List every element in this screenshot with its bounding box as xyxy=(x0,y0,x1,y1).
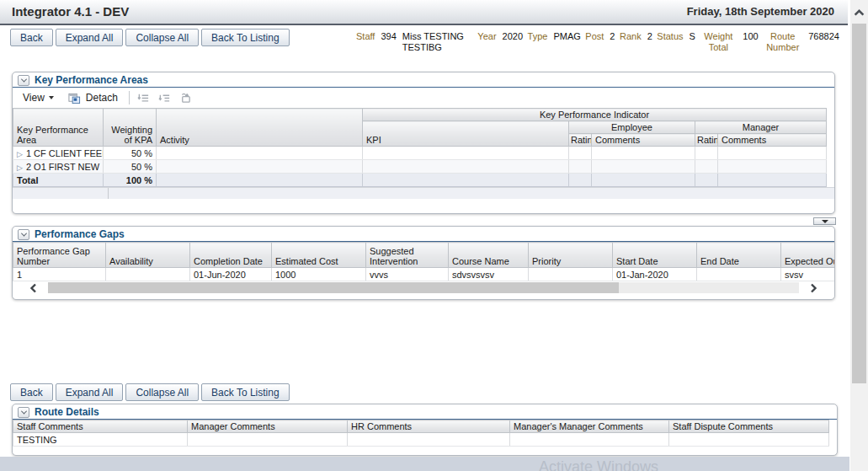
kpa-row-1[interactable]: ▷1 CF CLIENT FEED 50 % xyxy=(13,147,827,160)
col-header-kpa-area[interactable]: Key Performance Area xyxy=(13,109,104,147)
gaps-collapse-icon[interactable] xyxy=(18,229,29,240)
expand-all-button[interactable]: Expand All xyxy=(56,383,124,401)
col-header-emp-comments[interactable]: Comments xyxy=(592,134,695,147)
toolbar-separator xyxy=(129,91,130,104)
col-header-completion-date[interactable]: Completion Date xyxy=(190,243,272,268)
route-collapse-icon[interactable] xyxy=(18,407,29,418)
col-header-mgr-comments[interactable]: Comments xyxy=(718,134,827,147)
gaps-table: Performance Gap Number Availability Comp… xyxy=(13,242,834,281)
cell-completion-date: 01-Jun-2020 xyxy=(190,268,272,281)
kpa-row-2[interactable]: ▷2 O1 FIRST NEW 50 % xyxy=(13,160,827,174)
route-table: Staff Comments Manager Comments HR Comme… xyxy=(13,420,829,447)
performance-gaps-panel: Performance Gaps Performance Gap Number … xyxy=(12,226,835,300)
back-to-listing-button[interactable]: Back To Listing xyxy=(201,29,290,46)
staff-label: Staff xyxy=(356,31,375,42)
scroll-left-icon[interactable] xyxy=(19,281,48,294)
kpa-table-footer xyxy=(13,187,834,199)
col-header-suggested-intervention[interactable]: Suggested Intervention xyxy=(366,243,449,268)
route-panel-header: Route Details xyxy=(13,404,837,420)
cell-emp-comments xyxy=(592,160,695,174)
rank-field: Rank 2 xyxy=(620,31,652,42)
cell-suggested-intervention: vvvs xyxy=(366,268,449,281)
back-to-listing-button[interactable]: Back To Listing xyxy=(201,383,290,401)
rank-label: Rank xyxy=(620,31,642,42)
gaps-horizontal-scrollbar[interactable] xyxy=(19,281,828,294)
col-header-staff-comments[interactable]: Staff Comments xyxy=(13,420,188,433)
expand-all-below-icon xyxy=(158,91,172,104)
collapse-all-button[interactable]: Collapse All xyxy=(125,29,199,46)
top-toolbar: Back Expand All Collapse All Back To Lis… xyxy=(10,29,290,46)
cell-mgr-rating xyxy=(695,160,718,174)
col-header-end-date[interactable]: End Date xyxy=(697,243,781,268)
cell-activity xyxy=(157,147,363,160)
col-header-staff-dispute-comments[interactable]: Staff Dispute Comments xyxy=(669,420,829,433)
route-row[interactable]: TESTING xyxy=(13,433,829,447)
col-header-mgr-rating[interactable]: Rating xyxy=(695,134,718,147)
cell-gap-number: 1 xyxy=(13,268,106,281)
cell-end-date xyxy=(697,268,781,281)
col-header-availability[interactable]: Availability xyxy=(106,243,190,268)
panel-splitter-handle[interactable] xyxy=(813,217,836,225)
cell-mgr-comments xyxy=(718,147,827,160)
activate-windows-watermark: Activate Windows xyxy=(539,458,658,471)
total-value: 100 % xyxy=(104,174,157,187)
back-button[interactable]: Back xyxy=(10,383,53,401)
col-header-course-name[interactable]: Course Name xyxy=(449,243,529,268)
collapse-all-button[interactable]: Collapse All xyxy=(125,383,199,401)
col-header-gap-number[interactable]: Performance Gap Number xyxy=(13,243,106,268)
col-header-manager-comments[interactable]: Manager Comments xyxy=(188,420,348,433)
page-vertical-scrollbar[interactable] xyxy=(850,0,868,471)
gaps-panel-title: Performance Gaps xyxy=(35,228,125,240)
cell-emp-rating xyxy=(569,160,592,174)
app-title: Integrator 4.1 - DEV xyxy=(12,4,129,19)
cell-estimated-cost: 1000 xyxy=(272,268,366,281)
col-header-estimated-cost[interactable]: Estimated Cost xyxy=(272,243,366,268)
disclosure-triangle-icon[interactable]: ▷ xyxy=(17,163,23,172)
window-header: Integrator 4.1 - DEV Friday, 18th Septem… xyxy=(0,0,848,25)
disclosure-triangle-icon[interactable]: ▷ xyxy=(17,150,23,158)
gaps-row[interactable]: 1 01-Jun-2020 1000 vvvs sdvsvsvsv 01-Jan… xyxy=(13,268,835,281)
cell-course-name: sdvsvsvsv xyxy=(449,268,529,281)
year-label: Year xyxy=(477,31,496,42)
scrollbar-thumb[interactable] xyxy=(48,282,619,293)
rank-value: 2 xyxy=(647,31,652,42)
col-header-activity[interactable]: Activity xyxy=(157,109,363,147)
scrollbar-track[interactable] xyxy=(48,282,799,293)
route-panel-title: Route Details xyxy=(35,406,99,418)
scroll-up-icon[interactable] xyxy=(850,3,868,22)
view-menu-button[interactable]: View xyxy=(19,90,57,105)
status-label: Status xyxy=(657,31,683,42)
post-label: Post xyxy=(585,31,604,42)
col-header-weighting[interactable]: Weighting of KPA xyxy=(104,109,157,147)
col-header-priority[interactable]: Priority xyxy=(529,243,613,268)
cell-kpi xyxy=(363,147,569,160)
detach-icon xyxy=(68,91,82,104)
cell-kpi xyxy=(363,160,569,174)
col-header-kpi[interactable]: KPI xyxy=(363,121,569,147)
bottom-strip: Activate Windows xyxy=(0,457,849,471)
staff-name: Miss TESTING TESTIBG xyxy=(402,31,473,53)
year-value: 2020 xyxy=(503,31,523,42)
cell-start-date: 01-Jan-2020 xyxy=(613,268,697,281)
col-header-start-date[interactable]: Start Date xyxy=(613,243,697,268)
col-header-emp-rating[interactable]: Rating xyxy=(569,134,592,147)
cell-staff-dispute-comments xyxy=(669,433,829,447)
scroll-right-icon[interactable] xyxy=(799,281,828,294)
back-button[interactable]: Back xyxy=(10,29,53,46)
route-header-row: Staff Comments Manager Comments HR Comme… xyxy=(13,420,829,433)
status-field: Status S xyxy=(657,31,695,42)
kpa-header-row-1: Key Performance Area Weighting of KPA Ac… xyxy=(13,109,827,121)
cell-managers-manager-comments xyxy=(510,433,669,447)
col-header-expected-outcome[interactable]: Expected Ou xyxy=(781,243,835,268)
status-value: S xyxy=(690,31,695,42)
detach-button[interactable]: Detach xyxy=(65,89,121,106)
scrollbar-thumb[interactable] xyxy=(852,24,866,383)
cell-area: ▷2 O1 FIRST NEW xyxy=(13,160,104,174)
expand-all-button[interactable]: Expand All xyxy=(56,29,124,46)
col-header-hr-comments[interactable]: HR Comments xyxy=(348,420,510,433)
cell-weighting: 50 % xyxy=(104,160,157,174)
kpa-collapse-icon[interactable] xyxy=(18,75,29,86)
chevron-down-icon xyxy=(49,96,54,99)
gaps-panel-header: Performance Gaps xyxy=(13,227,834,242)
col-header-managers-manager-comments[interactable]: Manager's Manager Comments xyxy=(510,420,669,433)
